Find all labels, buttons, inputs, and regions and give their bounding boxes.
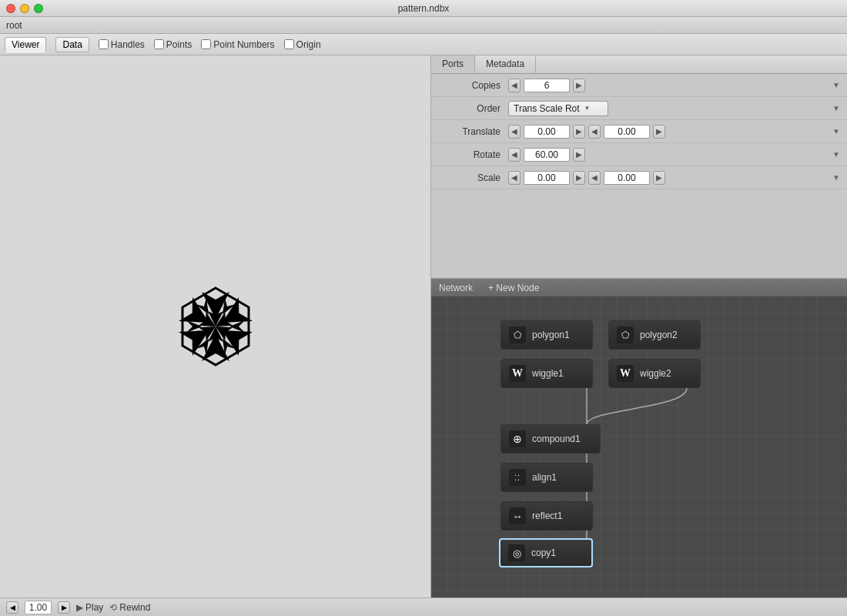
scale-x-decrement[interactable]: ◀ (508, 171, 521, 185)
translate-y-decrement[interactable]: ◀ (588, 125, 601, 139)
align1-label: align1 (532, 472, 557, 483)
expand-icon[interactable]: ▼ (830, 126, 842, 138)
translate-x-value[interactable]: 0.00 (524, 125, 570, 139)
svg-marker-13 (229, 320, 245, 333)
rotate-value[interactable]: 60.00 (524, 148, 570, 162)
port-controls-order: Trans Scale Rot ▼ (508, 101, 830, 116)
node-compound1[interactable]: ⊕ compound1 (500, 424, 601, 454)
play-button[interactable]: ▶ Play (76, 602, 103, 613)
scale-x-value[interactable]: 0.00 (524, 171, 570, 185)
order-dropdown[interactable]: Trans Scale Rot ▼ (508, 101, 608, 116)
port-controls-translate: ◀ 0.00 ▶ ◀ 0.00 ▶ (508, 125, 830, 139)
dropdown-arrow-icon: ▼ (584, 105, 591, 112)
frame-value[interactable]: 1.00 (25, 601, 52, 614)
tab-data[interactable]: Data (55, 37, 89, 52)
ports-section: Ports Metadata Copies ◀ 6 ▶ ▼ (431, 55, 847, 279)
expand-icon[interactable]: ▼ (830, 79, 842, 92)
wiggle2-label: wiggle2 (640, 368, 671, 379)
reflect1-label: reflect1 (532, 511, 562, 521)
maximize-button[interactable] (34, 4, 43, 13)
copies-expand: ▼ (830, 79, 842, 92)
node-align1[interactable]: ⁚⁚ align1 (500, 463, 593, 492)
align1-icon: ⁚⁚ (509, 469, 526, 486)
right-panel: Ports Metadata Copies ◀ 6 ▶ ▼ (431, 55, 847, 598)
rewind-icon: ⟲ (109, 602, 117, 613)
port-row-translate: Translate ◀ 0.00 ▶ ◀ 0.00 ▶ ▼ (431, 120, 847, 143)
window-title: pattern.ndbx (398, 3, 450, 14)
copies-value[interactable]: 6 (524, 79, 570, 92)
new-node-button[interactable]: + New Node (488, 283, 539, 293)
checkbox-point-numbers[interactable]: Point Numbers (201, 39, 274, 50)
scale-y-increment[interactable]: ▶ (653, 171, 665, 185)
polygon2-icon: ⬠ (617, 326, 634, 343)
port-controls-copies: ◀ 6 ▶ (508, 79, 830, 92)
breadcrumb: root (0, 17, 847, 34)
polygon2-label: polygon2 (640, 330, 678, 340)
port-label-rotate: Rotate (431, 149, 508, 160)
node-copy1[interactable]: ◎ copy1 (499, 538, 593, 567)
compound1-label: compound1 (532, 434, 581, 444)
reflect1-icon: ↔ (509, 507, 526, 524)
translate-expand: ▼ (830, 126, 842, 138)
wiggle1-label: wiggle1 (532, 368, 564, 379)
port-label-order: Order (431, 103, 508, 114)
prev-frame-button[interactable]: ◀ (6, 601, 18, 614)
tab-ports[interactable]: Ports (431, 55, 475, 73)
minimize-button[interactable] (20, 4, 29, 13)
close-button[interactable] (6, 4, 15, 13)
checkbox-handles[interactable]: Handles (99, 39, 145, 50)
port-row-rotate: Rotate ◀ 60.00 ▶ ▼ (431, 143, 847, 166)
scale-y-value[interactable]: 0.00 (604, 171, 650, 185)
svg-marker-16 (186, 320, 202, 333)
expand-icon[interactable]: ▼ (830, 172, 842, 184)
network-canvas[interactable]: ⬠ polygon1 ⬠ polygon2 W wiggle1 W wiggle… (431, 297, 847, 598)
tab-metadata[interactable]: Metadata (475, 55, 536, 73)
translate-x-increment[interactable]: ▶ (573, 125, 585, 139)
node-polygon1[interactable]: ⬠ polygon1 (500, 320, 593, 350)
order-value: Trans Scale Rot (514, 103, 580, 114)
rewind-button[interactable]: ⟲ Rewind (109, 602, 150, 613)
compound1-icon: ⊕ (509, 430, 526, 447)
port-label-copies: Copies (431, 80, 508, 91)
wiggle2-icon: W (617, 365, 634, 382)
node-reflect1[interactable]: ↔ reflect1 (500, 501, 593, 531)
checkbox-origin[interactable]: Origin (284, 39, 321, 50)
expand-icon[interactable]: ▼ (830, 102, 842, 115)
translate-x-decrement[interactable]: ◀ (508, 125, 521, 139)
checkbox-points[interactable]: Points (154, 39, 192, 50)
network-header: Network + New Node (431, 279, 847, 297)
scale-x-increment[interactable]: ▶ (573, 171, 585, 185)
expand-icon[interactable]: ▼ (830, 149, 842, 161)
port-label-scale: Scale (431, 172, 508, 183)
rotate-decrement[interactable]: ◀ (508, 148, 521, 162)
node-wiggle1[interactable]: W wiggle1 (500, 359, 593, 388)
window-controls (6, 4, 43, 13)
node-polygon2[interactable]: ⬠ polygon2 (608, 320, 701, 350)
order-expand: ▼ (830, 102, 842, 115)
node-wiggle2[interactable]: W wiggle2 (608, 359, 701, 388)
next-frame-button[interactable]: ▶ (58, 601, 70, 614)
copies-increment[interactable]: ▶ (573, 79, 585, 92)
copy1-icon: ◎ (508, 544, 525, 561)
ports-header: Ports Metadata (431, 55, 847, 74)
titlebar: pattern.ndbx (0, 0, 847, 17)
scale-y-decrement[interactable]: ◀ (588, 171, 601, 185)
port-controls-scale: ◀ 0.00 ▶ ◀ 0.00 ▶ (508, 171, 830, 185)
breadcrumb-path[interactable]: root (6, 20, 22, 31)
translate-y-increment[interactable]: ▶ (653, 125, 665, 139)
viewer-panel (0, 55, 431, 598)
rotate-increment[interactable]: ▶ (573, 148, 585, 162)
polygon1-icon: ⬠ (509, 326, 526, 343)
rewind-label: Rewind (119, 602, 150, 613)
port-label-translate: Translate (431, 126, 508, 137)
statusbar: ◀ 1.00 ▶ ▶ Play ⟲ Rewind (0, 598, 847, 616)
network-label: Network (439, 283, 473, 293)
port-row-copies: Copies ◀ 6 ▶ ▼ (431, 74, 847, 97)
copies-decrement[interactable]: ◀ (508, 79, 521, 92)
scale-expand: ▼ (830, 172, 842, 184)
port-row-order: Order Trans Scale Rot ▼ ▼ (431, 97, 847, 120)
translate-y-value[interactable]: 0.00 (604, 125, 650, 139)
play-label: Play (85, 602, 103, 613)
polygon1-label: polygon1 (532, 330, 570, 340)
tab-viewer[interactable]: Viewer (5, 37, 46, 52)
